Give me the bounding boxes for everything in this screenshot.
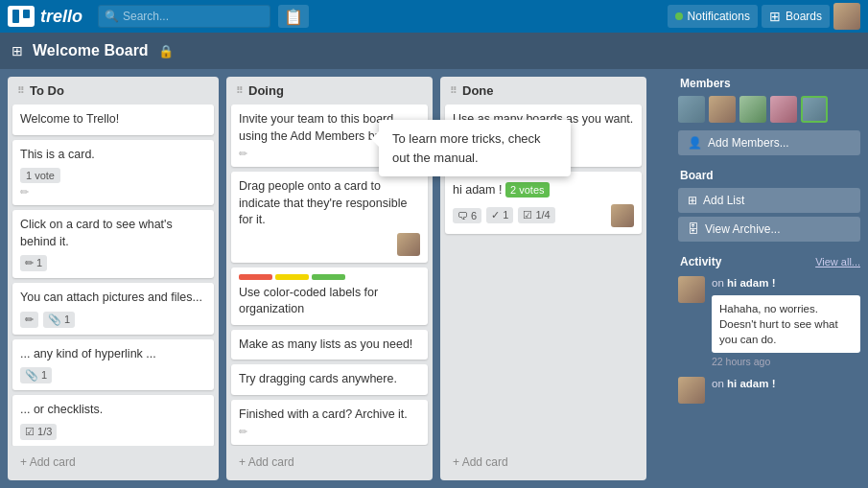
card-member-avatar bbox=[397, 233, 420, 256]
card-labels[interactable]: Use color-coded labels for organization bbox=[231, 267, 428, 325]
badge-comments: 🗨 6 bbox=[453, 208, 481, 223]
activity-link-2[interactable]: hi adam ! bbox=[727, 378, 775, 389]
card-attach-text: You can attach pictures and files... bbox=[20, 290, 202, 304]
vote-badge-2: 2 votes bbox=[505, 182, 549, 198]
search-input[interactable] bbox=[123, 10, 257, 23]
list-todo: ⠿ To Do Welcome to Trello! This is a car… bbox=[8, 77, 219, 480]
board-section-title: Board bbox=[678, 169, 860, 182]
add-list-button[interactable]: ⊞ Add List bbox=[678, 188, 860, 213]
board-grid-icon: ⊞ bbox=[12, 43, 23, 58]
card-hi-adam-avatar bbox=[611, 204, 634, 227]
view-archive-label: View Archive... bbox=[705, 222, 780, 236]
activity-avatar-2 bbox=[678, 377, 705, 404]
badge-check-1: ✓ 1 bbox=[486, 207, 513, 223]
view-all-link[interactable]: View all... bbox=[815, 256, 860, 267]
card-click-text: Click on a card to see what's behind it. bbox=[20, 218, 173, 248]
label-yellow bbox=[275, 274, 309, 280]
activity-header: Activity View all... bbox=[678, 255, 860, 268]
tooltip-arrow bbox=[371, 131, 379, 147]
board-title[interactable]: Welcome Board bbox=[33, 42, 149, 59]
tooltip: To learn more tricks, check out the manu… bbox=[379, 120, 571, 176]
add-card-doing[interactable]: + Add card bbox=[231, 450, 428, 475]
add-card-done[interactable]: + Add card bbox=[445, 450, 642, 475]
activity-comment-1: Hahaha, no worries. Doesn't hurt to see … bbox=[719, 303, 838, 345]
card-hyperlink-text: ... any kind of hyperlink ... bbox=[20, 347, 156, 360]
activity-item-1: on hi adam ! Hahaha, no worries. Doesn't… bbox=[678, 276, 860, 367]
card-many-lists-text: Make as many lists as you need! bbox=[239, 337, 412, 351]
trello-logo-icon bbox=[8, 6, 35, 27]
logo-area: trello bbox=[8, 6, 82, 27]
member-thumb-2[interactable] bbox=[709, 96, 736, 123]
card-click-meta: ✏ 1 bbox=[20, 255, 206, 271]
member-thumb-3[interactable] bbox=[739, 96, 766, 123]
card-this-is-a-card[interactable]: This is a card. 1 vote ✏ bbox=[12, 140, 214, 206]
card-drag-cards[interactable]: Try dragging cards anywhere. bbox=[231, 364, 428, 395]
activity-avatar-1 bbox=[678, 276, 705, 303]
header-right: Notifications ⊞ Boards bbox=[668, 3, 860, 30]
search-icon: 🔍 bbox=[105, 10, 119, 23]
edit-icon-archive[interactable]: ✏ bbox=[239, 426, 420, 438]
notification-dot bbox=[675, 12, 683, 20]
avatar[interactable] bbox=[833, 3, 860, 30]
header: trello 🔍 📋 Notifications ⊞ Boards bbox=[0, 0, 868, 33]
logo-text: trello bbox=[40, 7, 82, 27]
activity-link-1[interactable]: hi adam ! bbox=[727, 277, 775, 289]
badge-attach-count: 📎 1 bbox=[43, 312, 75, 328]
card-checklists-meta: ☑ 1/3 bbox=[20, 424, 206, 440]
list-todo-title: To Do bbox=[30, 83, 64, 98]
card-welcome-text: Welcome to Trello! bbox=[20, 112, 119, 126]
member-thumb-1[interactable] bbox=[678, 96, 705, 123]
list-done-header: ⠿ Done bbox=[440, 77, 646, 105]
card-many-lists[interactable]: Make as many lists as you need! bbox=[231, 330, 428, 360]
activity-time-1: 22 hours ago bbox=[712, 356, 860, 367]
card-drag-people[interactable]: Drag people onto a card to indicate that… bbox=[231, 172, 428, 263]
add-list-icon: ⊞ bbox=[688, 194, 697, 207]
card-archive[interactable]: Finished with a card? Archive it. ✏ bbox=[231, 400, 428, 446]
color-labels bbox=[239, 274, 420, 280]
notifications-button[interactable]: Notifications bbox=[668, 5, 758, 28]
card-hi-adam[interactable]: hi adam ! 2 votes 🗨 6 ✓ 1 ☑ 1/4 bbox=[445, 172, 642, 234]
badge-checklist-2: ☑ 1/4 bbox=[518, 207, 554, 223]
card-archive-text: Finished with a card? Archive it. bbox=[239, 407, 408, 421]
boards-button[interactable]: ⊞ Boards bbox=[762, 5, 830, 28]
search-bar: 🔍 bbox=[98, 5, 270, 28]
card-attach-meta: ✏ 📎 1 bbox=[20, 312, 206, 328]
badge-checklist: ☑ 1/3 bbox=[20, 424, 57, 440]
list-todo-body: Welcome to Trello! This is a card. 1 vot… bbox=[8, 105, 219, 446]
members-section: Members 👤 Add Members... bbox=[678, 77, 860, 159]
boards-label: Boards bbox=[786, 10, 822, 23]
card-drag-text: Drag people onto a card to indicate that… bbox=[239, 179, 407, 226]
edit-icon-1[interactable]: ✏ bbox=[20, 186, 206, 198]
label-green bbox=[312, 274, 345, 280]
card-click-card[interactable]: Click on a card to see what's behind it.… bbox=[12, 210, 214, 278]
board-section: Board ⊞ Add List 🗄 View Archive... bbox=[678, 169, 860, 245]
badge-hyperlink: 📎 1 bbox=[20, 367, 52, 383]
add-members-icon: 👤 bbox=[688, 136, 702, 150]
tooltip-text: To learn more tricks, check out the manu… bbox=[392, 131, 541, 165]
add-members-button[interactable]: 👤 Add Members... bbox=[678, 130, 860, 155]
card-welcome[interactable]: Welcome to Trello! bbox=[12, 105, 214, 135]
member-thumb-4[interactable] bbox=[770, 96, 797, 123]
board-header: ⊞ Welcome Board 🔒 bbox=[0, 33, 868, 69]
card-hyperlink[interactable]: ... any kind of hyperlink ... 📎 1 bbox=[12, 339, 214, 391]
boards-icon: ⊞ bbox=[769, 9, 781, 24]
card-this-text: This is a card. bbox=[20, 148, 95, 161]
member-thumb-5[interactable] bbox=[801, 96, 828, 123]
add-list-label: Add List bbox=[703, 194, 744, 207]
card-checklists[interactable]: ... or checklists. ☑ 1/3 bbox=[12, 395, 214, 446]
list-todo-grip: ⠿ bbox=[17, 85, 24, 96]
activity-content-2: on hi adam ! bbox=[712, 377, 775, 404]
card-hi-adam-meta: 🗨 6 ✓ 1 ☑ 1/4 bbox=[453, 204, 634, 227]
add-card-todo[interactable]: + Add card bbox=[12, 450, 214, 475]
view-archive-button[interactable]: 🗄 View Archive... bbox=[678, 217, 860, 242]
card-attach[interactable]: You can attach pictures and files... ✏ 📎… bbox=[12, 283, 214, 335]
card-hyperlink-meta: 📎 1 bbox=[20, 367, 206, 383]
list-doing-grip: ⠿ bbox=[236, 85, 243, 96]
list-doing-header: ⠿ Doing bbox=[226, 77, 433, 105]
sidebar: Members 👤 Add Members... Board ⊞ Add Lis… bbox=[678, 77, 860, 480]
badge-edit-1: ✏ 1 bbox=[20, 255, 47, 271]
bookmark-button[interactable]: 📋 bbox=[278, 5, 309, 28]
card-this-meta: 1 vote bbox=[20, 168, 206, 183]
notifications-label: Notifications bbox=[688, 10, 750, 23]
archive-icon: 🗄 bbox=[688, 222, 699, 236]
